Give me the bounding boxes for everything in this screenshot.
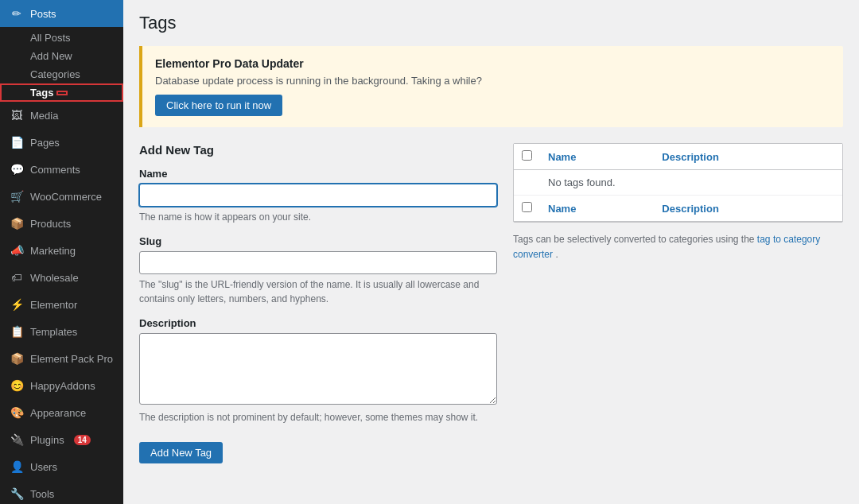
sidebar-sub-categories[interactable]: Categories [0, 65, 123, 83]
table-empty-row: No tags found. [514, 170, 842, 196]
tags-layout: Add New Tag Name The name is how it appe… [139, 143, 843, 463]
sidebar-sub-add-new[interactable]: Add New [0, 47, 123, 65]
posts-icon: ✏ [10, 6, 24, 21]
sidebar-item-happyaddons[interactable]: 😊 HappyAddons [0, 372, 123, 399]
sidebar-item-wholesale[interactable]: 🏷 Wholesale [0, 264, 123, 291]
tags-table-wrapper: Name Description No tags found. [513, 143, 843, 223]
plugins-badge: 14 [74, 435, 91, 445]
notice-title: Elementor Pro Data Updater [155, 57, 830, 70]
slug-field-group: Slug The "slug" is the URL-friendly vers… [139, 235, 497, 306]
sidebar-item-label: HappyAddons [30, 380, 95, 392]
sidebar-sub-tags[interactable]: Tags [0, 83, 123, 102]
sidebar-item-label: Element Pack Pro [30, 353, 113, 365]
tools-icon: 🔧 [10, 487, 24, 501]
footer-text: Tags can be selectively converted to cat… [513, 234, 755, 245]
description-field-group: Description The description is not promi… [139, 317, 497, 425]
sidebar-item-label: Wholesale [30, 272, 79, 284]
tags-table: Name Description No tags found. [514, 144, 842, 222]
notice-description: Database update process is running in th… [155, 75, 830, 87]
main-content: Tags Elementor Pro Data Updater Database… [123, 0, 859, 504]
sidebar-item-products[interactable]: 📦 Products [0, 210, 123, 237]
happyaddons-icon: 😊 [10, 378, 24, 393]
footer-end: . [555, 249, 558, 260]
sidebar-item-label: Templates [30, 326, 77, 338]
table-footer-checkbox [514, 196, 540, 222]
form-section-title: Add New Tag [139, 143, 497, 157]
no-tags-message: No tags found. [540, 170, 842, 196]
sidebar-item-media[interactable]: 🖼 Media [0, 102, 123, 129]
table-footer-description-header[interactable]: Description [654, 196, 842, 222]
media-icon: 🖼 [10, 108, 24, 122]
add-tag-button[interactable]: Add New Tag [139, 442, 223, 463]
sidebar-item-label: WooCommerce [30, 191, 102, 203]
sidebar-sub-all-posts[interactable]: All Posts [0, 29, 123, 47]
plugins-icon: 🔌 [10, 432, 24, 447]
comments-icon: 💬 [10, 162, 24, 176]
sidebar-item-marketing[interactable]: 📣 Marketing [0, 237, 123, 264]
page-title: Tags [139, 13, 843, 33]
name-field-group: Name The name is how it appears on your … [139, 168, 497, 224]
sidebar-item-label: Plugins [30, 434, 64, 446]
sidebar: ✏ Posts All Posts Add New Categories Tag… [0, 0, 123, 504]
sidebar-item-label: Elementor [30, 299, 77, 311]
sidebar-item-plugins[interactable]: 🔌 Plugins 14 [0, 426, 123, 453]
elementor-icon: ⚡ [10, 297, 24, 312]
element-pack-icon: 📦 [10, 351, 24, 366]
wholesale-icon: 🏷 [10, 270, 24, 285]
select-all-checkbox[interactable] [522, 150, 532, 161]
sidebar-item-users[interactable]: 👤 Users [0, 453, 123, 480]
posts-submenu: All Posts Add New Categories Tags [0, 29, 123, 102]
templates-icon: 📋 [10, 324, 24, 339]
tags-footer: Tags can be selectively converted to cat… [513, 232, 843, 262]
table-name-header[interactable]: Name [540, 144, 654, 170]
sidebar-item-label: Pages [30, 137, 60, 149]
tags-highlight [56, 91, 68, 95]
sidebar-item-label: Comments [30, 164, 80, 176]
content-area: Tags Elementor Pro Data Updater Database… [123, 0, 859, 504]
description-hint: The description is not prominent by defa… [139, 410, 497, 425]
table-description-header[interactable]: Description [654, 144, 842, 170]
sidebar-item-woocommerce[interactable]: 🛒 WooCommerce [0, 183, 123, 210]
name-input[interactable] [139, 184, 497, 207]
appearance-icon: 🎨 [10, 405, 24, 420]
sidebar-item-label: Tools [30, 488, 54, 500]
table-footer-name-header[interactable]: Name [540, 196, 654, 222]
tags-label: Tags [30, 87, 53, 99]
name-label: Name [139, 168, 497, 180]
users-icon: 👤 [10, 459, 24, 474]
slug-hint: The "slug" is the URL-friendly version o… [139, 277, 497, 306]
sidebar-item-label: Products [30, 218, 71, 230]
sidebar-item-appearance[interactable]: 🎨 Appearance [0, 399, 123, 426]
sidebar-item-label: Users [30, 461, 57, 473]
sidebar-item-label: Posts [30, 8, 56, 20]
marketing-icon: 📣 [10, 243, 24, 258]
sidebar-item-label: Media [30, 110, 58, 122]
sidebar-item-elementor[interactable]: ⚡ Elementor [0, 291, 123, 318]
sidebar-item-tools[interactable]: 🔧 Tools [0, 480, 123, 504]
slug-label: Slug [139, 235, 497, 247]
sidebar-item-comments[interactable]: 💬 Comments [0, 156, 123, 183]
description-label: Description [139, 317, 497, 329]
woocommerce-icon: 🛒 [10, 189, 24, 204]
tags-table-section: Name Description No tags found. [513, 143, 843, 262]
sidebar-item-label: Appearance [30, 407, 86, 419]
sidebar-item-posts[interactable]: ✏ Posts [0, 0, 123, 27]
sidebar-item-element-pack[interactable]: 📦 Element Pack Pro [0, 345, 123, 372]
select-all-footer-checkbox[interactable] [522, 202, 532, 212]
pages-icon: 📄 [10, 135, 24, 149]
sidebar-item-templates[interactable]: 📋 Templates [0, 318, 123, 345]
products-icon: 📦 [10, 216, 24, 231]
name-hint: The name is how it appears on your site. [139, 210, 497, 224]
elementor-notice: Elementor Pro Data Updater Database upda… [139, 46, 843, 127]
run-updater-button[interactable]: Click here to run it now [155, 95, 282, 116]
table-checkbox-header [514, 144, 540, 170]
add-tag-form: Add New Tag Name The name is how it appe… [139, 143, 497, 463]
sidebar-item-label: Marketing [30, 245, 76, 257]
slug-input[interactable] [139, 251, 497, 274]
sidebar-item-pages[interactable]: 📄 Pages [0, 129, 123, 156]
description-textarea[interactable] [139, 333, 497, 405]
